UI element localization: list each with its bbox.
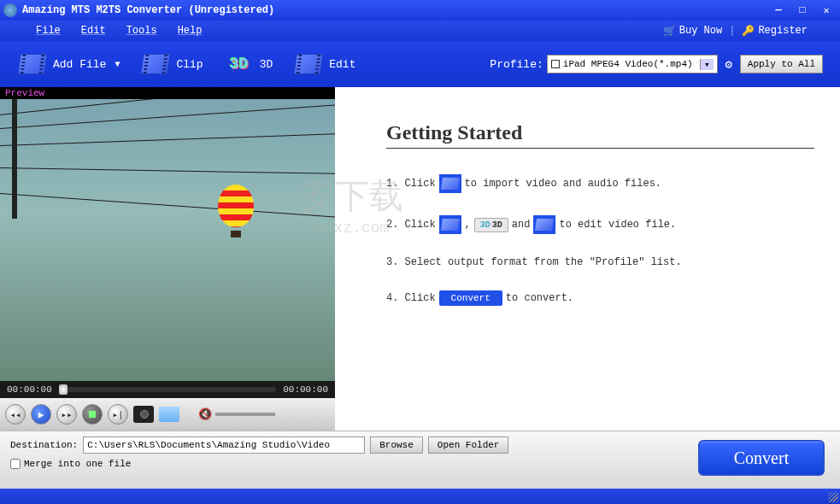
guide-step-1: 1. Click to import video and audio files…	[386, 174, 814, 193]
maximize-button[interactable]: □	[792, 3, 813, 18]
edit-icon	[293, 51, 324, 77]
separator: |	[729, 25, 735, 37]
profile-label: Profile:	[490, 58, 543, 71]
add-file-badge-icon	[439, 174, 461, 193]
preview-panel: Preview 00:00:00 00:00:00 ◂◂ ▶ ▸▸ ▸|	[0, 87, 335, 431]
time-current: 00:00:00	[7, 384, 52, 395]
guide-step-2: 2. Click , 3D3D and to edit video file.	[386, 215, 814, 234]
browse-button[interactable]: Browse	[370, 437, 423, 454]
3d-button[interactable]: 3D 3D	[224, 51, 273, 77]
convert-button[interactable]: Convert	[698, 440, 825, 476]
menu-file[interactable]: File	[26, 23, 71, 38]
destination-label: Destination:	[10, 440, 78, 450]
preview-video[interactable]	[0, 99, 335, 381]
register-link[interactable]: 🔑 Register	[735, 25, 814, 38]
window-title: Amazing MTS M2TS Converter (Unregistered…	[22, 4, 768, 16]
preview-balloon	[218, 185, 254, 237]
prev-button[interactable]: ◂◂	[5, 404, 26, 425]
status-bar	[0, 489, 840, 504]
apply-to-all-button[interactable]: Apply to All	[740, 55, 823, 73]
clip-label: Clip	[176, 58, 203, 71]
film-icon	[17, 51, 48, 77]
guide-panel: 安下载 anxz.com Getting Started 1. Click to…	[335, 87, 840, 431]
play-button[interactable]: ▶	[31, 404, 51, 425]
register-label: Register	[758, 25, 808, 37]
merge-label: Merge into one file	[24, 459, 131, 469]
toolbar: Add File ▼ Clip 3D 3D Edit Profile: iPad…	[0, 41, 840, 87]
menu-bar: File Edit Tools Help 🛒 Buy Now | 🔑 Regis…	[0, 21, 840, 41]
gear-icon: ⚙	[725, 57, 732, 72]
title-bar: Amazing MTS M2TS Converter (Unregistered…	[0, 0, 840, 21]
profile-select[interactable]: iPad MPEG4 Video(*.mp4) ▾	[547, 55, 718, 73]
stop-button[interactable]	[82, 404, 103, 425]
chevron-down-icon: ▼	[115, 60, 120, 69]
app-icon	[3, 3, 17, 17]
add-file-label: Add File	[53, 58, 106, 71]
main-area: Preview 00:00:00 00:00:00 ◂◂ ▶ ▸▸ ▸|	[0, 87, 840, 431]
time-total: 00:00:00	[283, 384, 328, 395]
time-row: 00:00:00 00:00:00	[0, 381, 335, 398]
guide-heading: Getting Started	[386, 121, 814, 149]
edit-badge-icon	[533, 215, 555, 234]
clip-button[interactable]: Clip	[140, 51, 203, 77]
snapshot-folder-button[interactable]	[159, 407, 179, 422]
edit-button[interactable]: Edit	[293, 51, 355, 77]
clip-icon	[140, 51, 171, 77]
add-file-button[interactable]: Add File ▼	[17, 51, 120, 77]
edit-label: Edit	[329, 58, 355, 71]
3d-badge-icon: 3D3D	[474, 218, 508, 232]
bottom-bar: Destination: Browse Open Folder Merge in…	[0, 431, 840, 489]
key-icon: 🔑	[742, 25, 755, 38]
menu-help[interactable]: Help	[167, 23, 213, 38]
destination-input[interactable]	[83, 437, 365, 454]
guide-step-3: 3. Select output format from the "Profil…	[386, 256, 814, 268]
chevron-down-icon: ▾	[700, 59, 714, 70]
player-controls: ◂◂ ▶ ▸▸ ▸| 🔇	[0, 398, 335, 431]
3d-icon: 3D	[224, 51, 255, 77]
merge-checkbox[interactable]	[10, 459, 21, 469]
volume-slider[interactable]	[215, 413, 275, 416]
menu-edit[interactable]: Edit	[71, 23, 116, 38]
guide-step-4: 4. Click Convert to convert.	[386, 290, 814, 306]
mute-button[interactable]: 🔇	[198, 407, 212, 421]
convert-badge: Convert	[439, 290, 502, 306]
profile-value: iPad MPEG4 Video(*.mp4)	[563, 59, 700, 69]
cart-icon: 🛒	[663, 25, 676, 38]
menu-tools[interactable]: Tools	[116, 23, 167, 38]
minimize-button[interactable]: —	[768, 3, 789, 18]
seek-slider[interactable]	[59, 387, 276, 392]
resize-grip[interactable]	[828, 492, 838, 502]
settings-button[interactable]: ⚙	[721, 56, 737, 72]
buy-now-label: Buy Now	[679, 25, 722, 37]
buy-now-link[interactable]: 🛒 Buy Now	[656, 25, 729, 38]
preview-label: Preview	[0, 87, 335, 99]
3d-label: 3D	[260, 58, 273, 71]
profile-format-icon	[551, 60, 560, 68]
clip-badge-icon	[439, 215, 461, 234]
snapshot-button[interactable]	[133, 406, 154, 423]
next-button[interactable]: ▸▸	[56, 404, 77, 425]
close-button[interactable]: ✕	[816, 3, 837, 18]
step-button[interactable]: ▸|	[108, 404, 128, 425]
open-folder-button[interactable]: Open Folder	[428, 437, 509, 454]
